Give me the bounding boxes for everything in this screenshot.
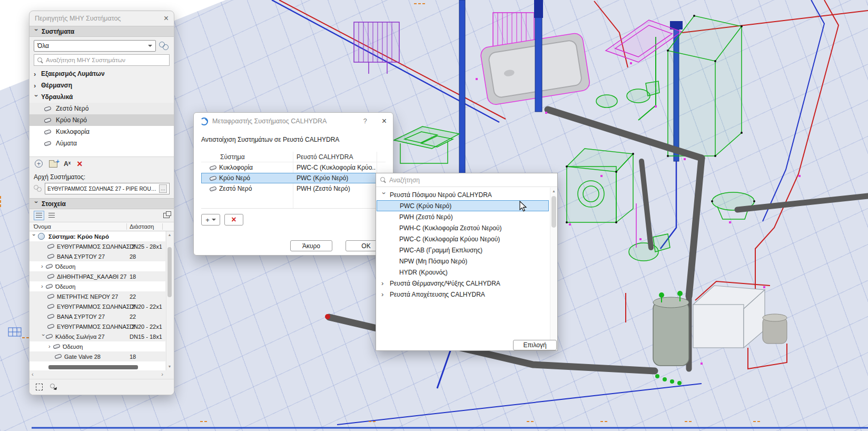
help-icon[interactable]: ? (363, 117, 367, 125)
systems-searchbox (34, 54, 170, 66)
element-row[interactable]: ΔΙΗΘΗΤΗΡΑΣ_ΚΑΛΑΘΙ 27 18 (29, 271, 165, 281)
fluid-group-drainage[interactable]: Ρευστά Αποχέτευσης CALHYDRA (376, 289, 549, 300)
tree-item-hot-water[interactable]: Ζεστό Νερό (29, 103, 174, 114)
pipe-end-cap (325, 314, 330, 319)
delete-icon[interactable] (77, 159, 83, 169)
scroll-up-icon[interactable] (166, 232, 173, 238)
fluid-option-hydr[interactable]: HYDR (Κρουνός) (376, 267, 549, 278)
fluid-scrollbar[interactable] (550, 188, 557, 350)
add-mapping-button[interactable] (201, 214, 220, 226)
chevron-right-icon (34, 71, 39, 77)
scroll-left-icon[interactable] (32, 371, 34, 378)
tree-item-sewage-vent[interactable]: Εξαερισμός Λυμάτων (29, 68, 174, 80)
fluid-option-pwc-c[interactable]: PWC-C (Κυκλοφορία Κρύου Νερού) (376, 233, 549, 244)
fluid-option-pwh-c[interactable]: PWH-C (Κυκλοφορία Ζεστού Νερού) (376, 222, 549, 233)
element-row[interactable]: ΒΑΝΑ ΣΥΡΤΟΥ 27 28 (29, 251, 165, 261)
calhydra-logo-icon (200, 117, 208, 125)
fluid-option-pwc-ab[interactable]: PWC-AB (Γραμμή Εκπλυσης) (376, 244, 549, 256)
mapping-row-circulation[interactable]: Κυκλοφορία PWC-C (Κυκλοφορία Κρύο... (201, 162, 386, 173)
rename-icon[interactable] (64, 160, 71, 168)
fluid-picker-dropdown: Ρευστά Πόσιμου Νερού CALHYDRA PWC (Κρύο … (376, 173, 558, 351)
fluid-group-potable[interactable]: Ρευστά Πόσιμου Νερού CALHYDRA (376, 189, 549, 200)
element-row[interactable]: ΕΥΘΥΓΡΑΜΜΟΣ ΣΩΛΗΝΑΣ 27 DN20 - 22x1 (29, 301, 165, 311)
element-name: ΕΥΘΥΓΡΑΜΜΟΣ ΣΩΛΗΝΑΣ 27 (57, 243, 136, 250)
flat-view-button[interactable] (46, 211, 57, 220)
dialog-subtitle: Αντιστοίχιση Συστημάτων σε Ρευστό CALHYD… (194, 130, 393, 146)
tree-label: Κρύο Νερό (56, 116, 87, 124)
navigator-title: Περιηγητής MHY Συστήματος (35, 15, 121, 22)
element-row[interactable]: ΕΥΘΥΓΡΑΜΜΟΣ ΣΩΛΗΝΑΣ 27 DN25 - 28x1 (29, 241, 165, 251)
detach-icon[interactable] (163, 213, 170, 218)
mapping-table-header[interactable]: Σύστημα Ρευστό CALHYDRA (201, 152, 386, 162)
systems-filter-select[interactable]: Όλα (34, 40, 156, 52)
elements-root-row[interactable]: Σύστημα: Κρύο Νερό (29, 231, 165, 241)
close-icon[interactable]: × (382, 117, 387, 125)
systems-section-header[interactable]: Συστήματα (29, 26, 174, 37)
element-row[interactable]: Όδευση (29, 261, 165, 271)
kitchen-sink-shape (394, 126, 459, 163)
scroll-down-icon[interactable] (166, 364, 173, 370)
system-start-row: ΕΥΘΥΓΡΑΜΜΟΣ ΣΩΛΗΝΑΣ 27 - PIPE ROUTE - ..… (29, 182, 174, 198)
scroll-right-icon[interactable] (161, 371, 163, 378)
pipe-icon (209, 165, 217, 171)
list-view-icon (36, 213, 42, 218)
mapping-system: Κυκλοφορία (219, 164, 282, 171)
elements-column-header[interactable]: Όνομα Διάσταση (29, 222, 174, 231)
element-row[interactable]: Κλάδος Σωλήνα 27 DN15 - 18x1 (29, 331, 165, 341)
search-icon (50, 384, 56, 389)
tree-view-button[interactable] (34, 211, 44, 220)
column-divider[interactable] (126, 223, 127, 230)
element-name: Όδευση (63, 344, 83, 350)
delete-mapping-button[interactable] (224, 214, 243, 226)
zoom-select-icon[interactable] (50, 384, 58, 391)
element-dimension: DN15 - 18x1 (130, 334, 162, 340)
group-label: Ρευστά Αποχέτευσης CALHYDRA (390, 291, 485, 298)
element-row[interactable]: ΕΥΘΥΓΡΑΜΜΟΣ ΣΩΛΗΝΑΣ 27 DN20 - 22x1 (29, 321, 165, 331)
mapping-row-hot-water[interactable]: Ζεστό Νερό PWH (Ζεστό Νερό) (201, 183, 386, 194)
element-dimension: 22 (130, 314, 136, 320)
select-button[interactable]: Επιλογή (513, 340, 557, 350)
systems-search-row (29, 53, 174, 68)
scrollbar-thumb[interactable] (167, 247, 172, 297)
horizontal-scroll-arrows[interactable] (32, 371, 163, 378)
fluid-option-npw[interactable]: NPW (Μη Πόσιμο Νερό) (376, 256, 549, 267)
link-icon[interactable] (159, 42, 170, 50)
elements-section-header[interactable]: Στοιχεία (29, 198, 174, 209)
tree-label: Θέρμανση (41, 82, 72, 89)
column-divider[interactable] (162, 223, 163, 230)
element-row[interactable]: ΒΑΝΑ ΣΥΡΤΟΥ 27 22 (29, 311, 165, 321)
fluid-option-pwh[interactable]: PWH (Ζεστό Νερό) (376, 211, 549, 222)
mep-navigator-panel: Περιηγητής MHY Συστήματος × Συστήματα Όλ… (29, 11, 174, 395)
element-row[interactable]: Όδευση (29, 281, 165, 291)
system-start-field[interactable]: ΕΥΘΥΓΡΑΜΜΟΣ ΣΩΛΗΝΑΣ 27 - PIPE ROUTE - ..… (45, 183, 170, 194)
add-icon[interactable] (35, 160, 43, 168)
more-button[interactable] (159, 184, 167, 193)
tree-item-plumbing[interactable]: Υδραυλικά (29, 91, 174, 103)
element-row[interactable]: Gate Valve 28 18 (29, 351, 165, 361)
equipment-box-shape (693, 286, 765, 348)
systems-toolbar (29, 156, 174, 170)
elements-scrollbar[interactable] (166, 231, 173, 370)
fluid-search-input[interactable] (389, 177, 553, 184)
mapping-row-cold-water[interactable]: Κρύο Νερό PWC (Κρύο Νερό) (201, 173, 386, 183)
systems-search-input[interactable] (46, 57, 166, 63)
marquee-icon[interactable] (36, 384, 43, 390)
element-row[interactable]: ΜΕΤΡΗΤΗΣ ΝΕΡΟΥ 27 22 (29, 291, 165, 301)
mapping-table: Σύστημα Ρευστό CALHYDRA Κυκλοφορία PWC-C… (201, 152, 386, 209)
tree-item-heating[interactable]: Θέρμανση (29, 80, 174, 91)
fluid-group-heating[interactable]: Ρευστά Θέρμανσης/Ψύξης CALHYDRA (376, 278, 549, 289)
pipe-icon (47, 303, 55, 309)
element-dimension: 18 (130, 354, 136, 360)
pipe-icon (209, 186, 217, 192)
close-icon[interactable]: × (164, 14, 169, 23)
cancel-button[interactable]: Άκυρο (290, 240, 332, 251)
scroll-up-icon[interactable] (550, 188, 557, 194)
tree-item-cold-water[interactable]: Κρύο Νερό (29, 114, 174, 126)
search-icon (380, 177, 386, 183)
folder-add-icon[interactable] (49, 162, 57, 168)
element-row[interactable]: Όδευση (29, 341, 165, 351)
tree-item-waste[interactable]: Λύματα (29, 138, 174, 149)
tree-item-circulation[interactable]: Κυκλοφορία (29, 126, 174, 138)
partially-scrolled-row[interactable] (48, 365, 138, 369)
scrollbar-thumb[interactable] (551, 196, 556, 228)
